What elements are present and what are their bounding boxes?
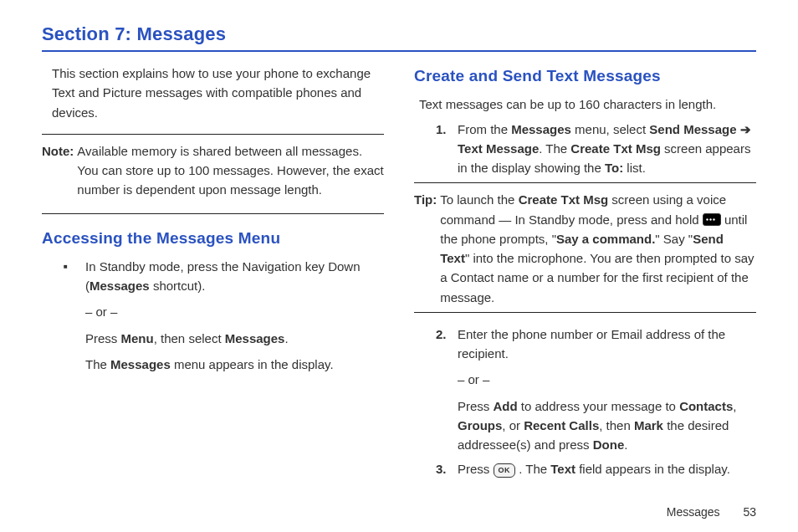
bold-text: Done — [593, 437, 625, 452]
or-separator: – or – — [85, 302, 384, 321]
text: Press — [85, 331, 121, 345]
bold-text: Send Message — [649, 122, 736, 136]
step-body: Enter the phone number or Email address … — [458, 325, 756, 455]
bold-text: Messages — [90, 279, 150, 293]
section-title: Section 7: Messages — [42, 23, 756, 45]
text: Press — [458, 399, 494, 413]
bullet-body: In Standby mode, press the Navigation ke… — [85, 257, 384, 374]
bold-text: Mark — [634, 418, 663, 432]
note-bottom-rule — [42, 213, 384, 214]
text: , then select — [154, 331, 225, 345]
bold-text: Add — [494, 399, 518, 413]
text: , — [733, 399, 736, 413]
ok-key-icon: OK — [494, 463, 516, 478]
voice-key-icon — [703, 213, 721, 226]
text: . — [284, 331, 288, 345]
tip-block: Tip: To launch the Create Txt Msg screen… — [414, 190, 756, 307]
step-number: 2. — [436, 325, 458, 455]
tip-top-rule — [414, 182, 756, 183]
content-columns: This section explains how to use your ph… — [42, 64, 756, 484]
step-number: 3. — [436, 459, 458, 478]
text: Enter the phone number or Email address … — [458, 325, 756, 364]
document-page: Section 7: Messages This section explain… — [0, 0, 798, 532]
accessing-heading: Accessing the Messages Menu — [42, 226, 384, 250]
page-footer: Messages 53 — [667, 505, 756, 519]
text: , then — [599, 418, 634, 432]
arrow-icon: ➔ — [737, 122, 751, 136]
bold-text: Messages — [225, 331, 285, 345]
bold-text: Text Message — [458, 141, 539, 156]
text: menu appears in the display. — [171, 357, 334, 371]
right-column: Create and Send Text Messages Text messa… — [414, 64, 756, 484]
bold-text: Groups — [458, 418, 502, 432]
bullet-marker: ■ — [64, 257, 85, 374]
bold-text: Create Txt Msg — [519, 192, 609, 207]
text: , or — [502, 418, 524, 432]
step-2: 2. Enter the phone number or Email addre… — [436, 325, 756, 455]
text: From the — [458, 122, 511, 136]
text: Press — [458, 462, 494, 476]
text: . The — [519, 462, 550, 476]
step-number: 1. — [436, 120, 458, 178]
or-separator: – or – — [458, 370, 756, 389]
bold-text: Text — [550, 462, 575, 476]
text: " into the microphone. You are then prom… — [440, 251, 754, 304]
footer-label: Messages — [667, 505, 720, 519]
left-column: This section explains how to use your ph… — [42, 64, 384, 484]
bold-text: Messages — [511, 122, 571, 136]
bold-text: Recent Calls — [524, 418, 599, 432]
bold-text: Messages — [110, 357, 171, 371]
text: shortcut). — [150, 279, 206, 293]
step-body: Press OK . The Text field appears in the… — [458, 459, 756, 478]
tip-text: To launch the Create Txt Msg screen usin… — [440, 190, 756, 307]
bullet-item: ■ In Standby mode, press the Navigation … — [64, 257, 384, 374]
tip-bottom-rule — [414, 312, 756, 313]
note-block: Note: Available memory is shared between… — [42, 141, 384, 210]
note-top-rule — [42, 134, 384, 135]
text: menu, select — [571, 122, 649, 136]
text: " Say " — [655, 232, 693, 246]
tip-label: Tip: — [414, 190, 437, 307]
bold-text: Say a command. — [556, 232, 655, 246]
text: to address your message to — [518, 399, 679, 413]
text: . The — [539, 141, 570, 156]
step-body: From the Messages menu, select Send Mess… — [458, 120, 756, 178]
text: The — [85, 357, 110, 371]
text: . — [624, 437, 627, 452]
bold-text: Menu — [121, 331, 154, 345]
bold-text: Create Txt Msg — [570, 141, 661, 156]
bold-text: To: — [605, 161, 623, 175]
step-1: 1. From the Messages menu, select Send M… — [436, 120, 756, 178]
intro-paragraph: This section explains how to use your ph… — [52, 64, 384, 122]
step-3: 3. Press OK . The Text field appears in … — [436, 459, 756, 478]
note-label: Note: — [42, 141, 74, 200]
bold-text: Contacts — [679, 399, 733, 413]
text: To launch the — [440, 192, 518, 207]
note-text: Available memory is shared between all m… — [77, 141, 384, 200]
create-heading: Create and Send Text Messages — [414, 64, 756, 88]
text: list. — [623, 161, 646, 175]
page-number: 53 — [743, 505, 756, 519]
right-intro: Text messages can be up to 160 character… — [419, 95, 756, 114]
section-rule — [42, 50, 756, 52]
text: field appears in the display. — [575, 462, 730, 476]
